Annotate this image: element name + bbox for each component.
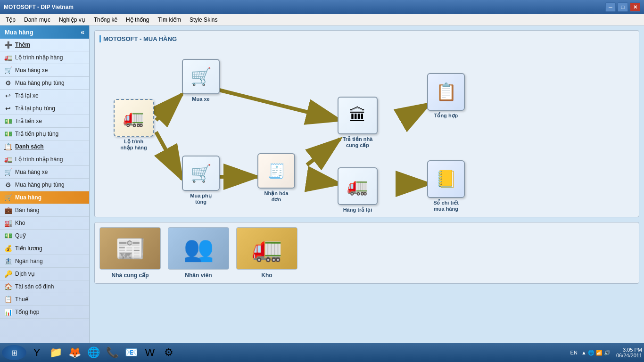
sidebar-item-muahangxe2[interactable]: 🛒 Mua hàng xe [0,166,89,179]
sidebar-item-tratienphutung[interactable]: 💵 Trả tiền phụ tùng [0,128,89,140]
sidebar-tienluong-label: Tiền lương [15,245,42,252]
taskbar-chrome[interactable]: 🌐 [85,344,102,361]
sidebar-item-muahangxe1[interactable]: 🛒 Mua hàng xe [0,64,89,77]
sidebar-tonghop-label: Tổng hợp [15,309,39,315]
taskbar-app[interactable]: ⚙ [160,344,177,361]
clock-time: 3:05 PM [616,347,642,353]
sidebar-muahangphutung2-label: Mua hàng phụ tùng [15,181,65,188]
payment-icon: 🏛 [349,107,366,124]
taskbar-yahoo[interactable]: Y [28,344,45,361]
sidebar-item-tienluong[interactable]: 💰 Tiền lương [0,242,89,255]
sidebar-nganhang-label: Ngân hàng [15,258,43,264]
maximize-button[interactable]: □ [618,2,628,12]
plus-icon: ➕ [4,41,12,49]
node-tra-tien[interactable]: 🏛 Trả tiền nhàcung cấp [338,97,378,148]
icon-nhan-vien[interactable]: 👥 Nhân viên [168,227,229,279]
sidebar-item-them[interactable]: ➕ Thêm [0,39,89,51]
menubar: Tệp Danh mục Nghiệp vụ Thống kê Hệ thống… [0,14,644,25]
sidebar-item-thue[interactable]: 📋 Thuế [0,293,89,306]
sidebar-item-banhang[interactable]: 💼 Bán hàng [0,204,89,217]
taskbar-clock: 3:05 PM 06/24/2011 [616,347,642,358]
cart-flow-icon-1: 🛒 [190,68,212,85]
truck-flow-icon: 🚛 [123,109,144,126]
icon-nha-cung-cap[interactable]: 📰 Nhà cung cấp [99,227,161,279]
sidebar-taisancodinh-label: Tài sản cố định [15,283,54,290]
gear-icon-2: ⚙ [4,181,12,189]
kho-label: Kho [261,272,272,279]
sidebar-item-taisancodinh[interactable]: 🏠 Tài sản cố định [0,280,89,293]
menu-tep[interactable]: Tệp [2,16,19,24]
taskbar-systray: EN ▲ 🌐 📶 🔊 [567,350,614,356]
sidebar-item-muahang[interactable]: 🛒 Mua hàng [0,191,89,204]
taskbar: ⊞ Y 📁 🦊 🌐 📞 📧 W ⚙ EN ▲ 🌐 📶 🔊 3:05 PM 06/… [0,343,644,362]
return-icon-2: ↩ [4,104,12,113]
cart-icon-1: 🛒 [4,66,12,74]
nha-cung-cap-label: Nhà cung cấp [111,272,149,279]
menu-hethong[interactable]: Hệ thống [122,16,153,24]
node-mua-xe[interactable]: 🛒 Mua xe [182,59,220,102]
start-button[interactable]: ⊞ [2,345,26,360]
node-hang-tra-lai-label: Hàng trả lại [343,207,372,213]
menu-timkiem[interactable]: Tìm kiếm [154,16,185,24]
sidebar-item-tonghop[interactable]: 📊 Tổng hợp [0,306,89,319]
sidebar-kho-label: Kho [15,220,25,226]
close-button[interactable]: ✕ [630,2,640,12]
sidebar-muahangxe2-label: Mua hàng xe [15,169,48,175]
icon-kho[interactable]: 🚛 Kho [236,227,297,279]
node-lo-trinh-label: Lộ trìnhnhập hàng [120,139,147,151]
taskbar-email[interactable]: 📧 [123,344,140,361]
lang-label: EN [570,350,578,355]
sidebar-item-tralaiphutung[interactable]: ↩ Trả lại phụ tùng [0,102,89,115]
fund-icon: 💵 [4,231,12,240]
bank-icon: 🏦 [4,257,12,265]
bottom-icons-container: 📰 Nhà cung cấp 👥 Nhân viên 🚛 Kho [99,227,634,279]
sidebar-item-tralaixe[interactable]: ↩ Trả lại xe [0,90,89,102]
money-icon-1: 💵 [4,117,12,125]
them-label: Thêm [15,41,30,48]
sidebar-item-lotrinh2[interactable]: 🚛 Lộ trình nhập hàng [0,153,89,166]
node-mua-phu-tung[interactable]: 🛒 Mua phụtùng [182,156,220,205]
cart-flow-icon-2: 🛒 [190,165,212,182]
node-mua-xe-label: Mua xe [192,96,209,102]
minimize-button[interactable]: ─ [605,2,616,12]
menu-thongke[interactable]: Thống kê [90,16,121,24]
menu-danhmuc[interactable]: Danh mục [20,16,54,24]
sidebar-quy-label: Quỹ [15,232,26,239]
kho-image: 🚛 [236,227,297,270]
summary-flow-icon: 📋 [436,83,457,100]
taskbar-folder[interactable]: 📁 [47,344,64,361]
sidebar-collapse-btn[interactable]: « [81,28,84,36]
sidebar-lotrinh1-label: Lộ trình nhập hàng [15,54,63,61]
node-lo-trinh[interactable]: 🚛 Lộ trìnhnhập hàng [114,99,154,151]
menu-styleskins[interactable]: Style Skins [186,16,221,24]
taskbar-firefox[interactable]: 🦊 [66,344,83,361]
invoice-icon: 🧾 [268,164,285,178]
sidebar-item-lotrinh1[interactable]: 🚛 Lộ trình nhập hàng [0,51,89,64]
cart-icon-2: 🛒 [4,168,12,176]
sidebar-item-danhsach[interactable]: 📋 Danh sách [0,140,89,153]
node-tong-hop[interactable]: 📋 Tổng hợp [427,73,465,119]
truck-icon-1: 🚛 [4,53,12,62]
clock-date: 06/24/2011 [616,353,642,358]
sidebar-item-nganhang[interactable]: 🏦 Ngân hàng [0,255,89,268]
node-nhan-hoa-don[interactable]: 🧾 Nhận hóađơn [257,153,295,203]
window-title: MOTOSOFT - DIP Vietnam [4,4,74,10]
menu-nghiepvu[interactable]: Nghiệp vụ [55,16,89,24]
node-hang-tra-lai[interactable]: 🚛 Hàng trả lại [338,167,378,213]
sidebar-thue-label: Thuế [15,296,28,303]
taskbar-word[interactable]: W [141,344,158,361]
node-nhan-hoa-don-label: Nhận hóađơn [264,190,289,203]
sidebar-item-kho[interactable]: 🏭 Kho [0,217,89,230]
sidebar-item-tratienxe[interactable]: 💵 Trả tiền xe [0,115,89,128]
node-tra-tien-label: Trả tiền nhàcung cấp [343,136,373,148]
node-tong-hop-label: Tổng hợp [434,113,458,119]
main-layout: Mua hàng « ➕ Thêm 🚛 Lộ trình nhập hàng 🛒… [0,25,644,343]
node-so-chi-tiet[interactable]: 📒 Sổ chi tiếtmua hàng [427,160,465,212]
sidebar-item-muahangphutung2[interactable]: ⚙ Mua hàng phụ tùng [0,179,89,191]
sidebar-item-muahangphutung1[interactable]: ⚙ Mua hàng phụ tùng [0,77,89,90]
sidebar-item-quy[interactable]: 💵 Quỹ [0,230,89,242]
money-icon-2: 💵 [4,130,12,138]
taskbar-skype[interactable]: 📞 [104,344,121,361]
bottom-panel: 📰 Nhà cung cấp 👥 Nhân viên 🚛 Kho [94,222,639,284]
sidebar-item-dichvu[interactable]: 🔑 Dịch vụ [0,268,89,280]
